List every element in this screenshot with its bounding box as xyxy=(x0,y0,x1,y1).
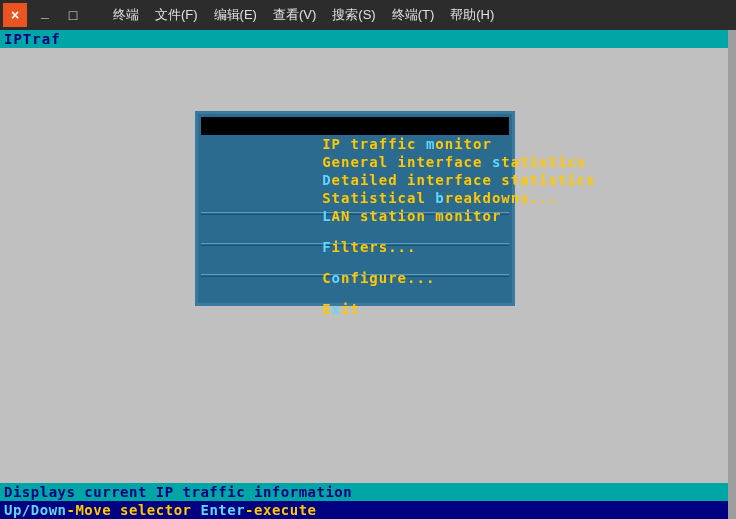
help-line: Up/Down-Move selector Enter-execute xyxy=(0,501,728,519)
help-key-updown: Up/Down xyxy=(4,502,67,518)
menu-terminal-label[interactable]: 终端 xyxy=(107,2,145,28)
titlebar: × _ □ 终端 文件(F) 编辑(E) 查看(V) 搜索(S) 终端(T) 帮… xyxy=(0,0,736,30)
menu-file[interactable]: 文件(F) xyxy=(149,2,204,28)
app-title: IPTraf xyxy=(0,30,728,48)
menu-edit[interactable]: 编辑(E) xyxy=(208,2,263,28)
menu-help[interactable]: 帮助(H) xyxy=(444,2,500,28)
terminal-area: IPTraf IP traffic monitor General interf… xyxy=(0,30,736,519)
minimize-button[interactable]: _ xyxy=(33,3,57,27)
close-button[interactable]: × xyxy=(3,3,27,27)
main-area: IP traffic monitor General interface sta… xyxy=(0,48,728,483)
main-menu: IP traffic monitor General interface sta… xyxy=(195,111,515,306)
scrollbar[interactable] xyxy=(728,30,736,519)
menu-view[interactable]: 查看(V) xyxy=(267,2,322,28)
menu-search[interactable]: 搜索(S) xyxy=(326,2,381,28)
help-key-enter: Enter xyxy=(200,502,245,518)
menubar: 终端 文件(F) 编辑(E) 查看(V) 搜索(S) 终端(T) 帮助(H) xyxy=(107,2,500,28)
status-line: Displays current IP traffic information xyxy=(0,483,728,501)
maximize-button[interactable]: □ xyxy=(61,3,85,27)
menu-item-ip-traffic-monitor[interactable]: IP traffic monitor xyxy=(201,117,509,135)
menu-terminal[interactable]: 终端(T) xyxy=(386,2,441,28)
